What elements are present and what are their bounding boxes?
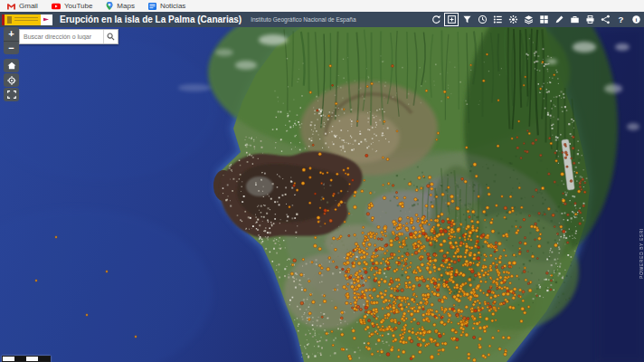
draw-tool-button[interactable] [553, 14, 565, 25]
header-toolbar: ?i [430, 14, 644, 25]
basemap-tool-button[interactable] [537, 14, 550, 25]
zoom-out-button[interactable]: − [4, 41, 19, 54]
logo-coat-of-arms [5, 14, 41, 25]
bookmark-label: YouTube [64, 2, 92, 10]
page-subtitle: Instituto Geográfico Nacional de España [251, 16, 355, 23]
search-box [19, 29, 118, 44]
home-button[interactable] [4, 59, 19, 72]
search-button[interactable] [103, 30, 118, 43]
satellite-map-la-palma[interactable] [0, 27, 644, 362]
gmail-icon [7, 3, 15, 10]
refresh-icon [431, 14, 441, 24]
powered-by-esri-attribution: POWERED BY ESRI [639, 228, 644, 279]
time-tool-button[interactable] [476, 14, 488, 25]
legend-icon [493, 14, 503, 24]
zoom-in-button[interactable]: + [4, 27, 19, 41]
filter-icon [462, 14, 472, 24]
bookmark-label: Gmail [19, 2, 38, 10]
info-icon: i [631, 14, 641, 24]
map-canvas[interactable]: + − POWE [0, 27, 644, 362]
help-icon: ? [616, 14, 626, 24]
extent-tool-button[interactable] [445, 14, 458, 25]
lava-flow [213, 151, 363, 238]
home-icon [6, 61, 17, 71]
bookmark-youtube[interactable]: YouTube [52, 2, 92, 10]
settings-icon [508, 14, 518, 24]
map-navigation-toolbar: + − [4, 27, 19, 101]
bookmark-noticias[interactable]: Noticias [148, 2, 185, 10]
settings-tool-button[interactable] [507, 14, 519, 25]
legend-tool-button[interactable] [491, 14, 504, 25]
search-input[interactable] [20, 30, 103, 43]
bookmark-gmail[interactable]: Gmail [7, 2, 38, 10]
extent-icon [447, 14, 457, 24]
refresh-tool-button[interactable] [430, 14, 442, 25]
browser-window: GmailYouTubeMapsNoticias Erupción en la … [0, 0, 644, 362]
page-title: Erupción en la isla de La Palma (Canaria… [60, 14, 242, 24]
bookmark-label: Noticias [160, 2, 185, 10]
help-tool-button[interactable]: ? [614, 14, 627, 25]
layers-icon [524, 14, 534, 24]
locate-icon [6, 75, 17, 86]
svg-text:?: ? [618, 14, 623, 24]
print-icon [585, 14, 595, 24]
toolbox-icon [570, 14, 580, 24]
youtube-icon [52, 3, 61, 10]
logo-ign-mark [41, 14, 52, 25]
search-icon [107, 33, 115, 41]
bookmark-maps[interactable]: Maps [106, 2, 135, 10]
layers-tool-button[interactable] [522, 14, 535, 25]
fullscreen-extent-button[interactable] [4, 88, 19, 101]
draw-icon [554, 14, 564, 24]
share-tool-button[interactable] [599, 14, 611, 25]
share-icon [601, 14, 611, 24]
toolbox-tool-button[interactable] [568, 14, 581, 25]
app-header: Erupción en la isla de La Palma (Canaria… [0, 12, 644, 27]
info-tool-button[interactable]: i [630, 14, 642, 25]
basemap-icon [539, 14, 549, 24]
browser-bookmarks-bar: GmailYouTubeMapsNoticias [0, 0, 644, 13]
maps-icon [106, 2, 113, 10]
locate-button[interactable] [4, 73, 19, 87]
time-icon [478, 14, 488, 24]
filter-tool-button[interactable] [460, 14, 473, 25]
print-tool-button[interactable] [583, 14, 596, 25]
fullscreen-icon [6, 90, 17, 100]
noticias-icon [148, 3, 156, 10]
bookmark-label: Maps [117, 2, 135, 10]
map-scale-bar [2, 356, 51, 362]
svg-text:i: i [635, 16, 637, 23]
spain-government-ign-logo[interactable] [2, 14, 52, 25]
